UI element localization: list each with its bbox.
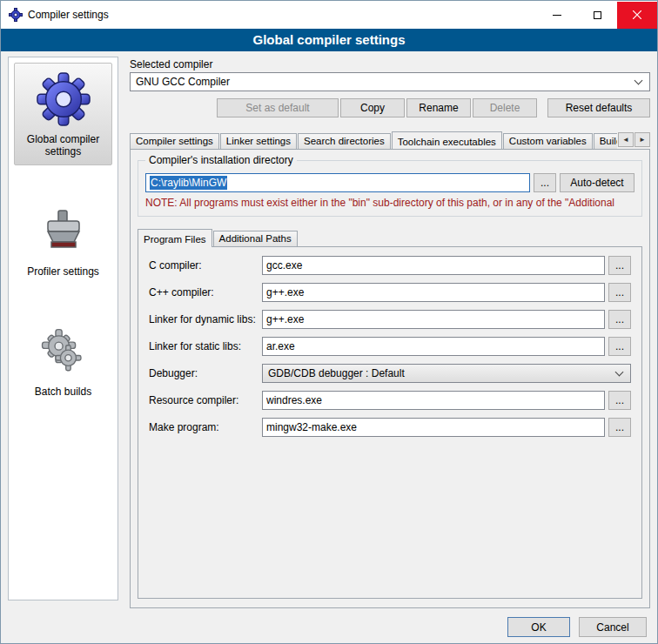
debugger-label: Debugger: xyxy=(149,367,262,379)
window-title: Compiler settings xyxy=(28,9,537,21)
installation-note-text: NOTE: All programs must exist either in … xyxy=(145,197,634,209)
minimize-icon xyxy=(553,15,561,16)
sidebar-item-batch-builds[interactable]: Batch builds xyxy=(14,315,112,406)
sub-tab-strip: Program Files Additional Paths xyxy=(138,227,642,246)
maximize-button[interactable] xyxy=(577,2,617,29)
cpp-compiler-input[interactable] xyxy=(262,283,605,302)
c-compiler-browse-button[interactable]: ... xyxy=(608,256,631,275)
close-button[interactable] xyxy=(617,2,657,29)
chevron-down-icon xyxy=(634,77,643,85)
delete-button[interactable]: Delete xyxy=(473,98,537,117)
installation-directory-groupbox: Compiler's installation directory C:\ray… xyxy=(138,160,642,217)
make-program-label: Make program: xyxy=(149,421,262,433)
dialog-content: Global compiler settings Profiler settin… xyxy=(1,51,657,643)
tab-build-options[interactable]: Build options xyxy=(594,133,617,149)
program-files-panel: C compiler: ... C++ compiler: ... Linker… xyxy=(138,246,642,599)
sidebar-item-profiler-settings[interactable]: Profiler settings xyxy=(14,195,112,285)
selected-compiler-dropdown[interactable]: GNU GCC Compiler xyxy=(130,72,650,91)
installation-directory-group-label: Compiler's installation directory xyxy=(145,154,297,166)
tab-scroll-right-button[interactable]: ► xyxy=(634,132,650,147)
linker-dynamic-input[interactable] xyxy=(262,310,605,329)
c-compiler-label: C compiler: xyxy=(149,259,262,272)
tab-scroll-left-button[interactable]: ◄ xyxy=(618,132,634,147)
sidebar-item-label: Global compiler settings xyxy=(17,133,110,158)
installation-directory-selected-text: C:\raylib\MinGW xyxy=(150,176,227,190)
subtab-program-files[interactable]: Program Files xyxy=(138,229,212,247)
app-gear-icon xyxy=(9,8,23,22)
resource-compiler-input[interactable] xyxy=(262,391,605,410)
cancel-button[interactable]: Cancel xyxy=(579,617,647,637)
sidebar-item-global-compiler-settings[interactable]: Global compiler settings xyxy=(14,63,112,165)
banner-title: Global compiler settings xyxy=(1,29,657,51)
linker-static-browse-button[interactable]: ... xyxy=(608,337,631,356)
rename-button[interactable]: Rename xyxy=(406,98,471,117)
tab-toolchain-executables[interactable]: Toolchain executables xyxy=(392,131,502,149)
tab-strip-clip: Compiler settings Linker settings Search… xyxy=(130,130,617,149)
auto-detect-button[interactable]: Auto-detect xyxy=(560,173,634,192)
chevron-down-icon xyxy=(615,368,624,377)
field-row-make-program: Make program: ... xyxy=(149,418,631,437)
settings-sidebar: Global compiler settings Profiler settin… xyxy=(8,57,118,600)
compiler-buttons-row: Set as default Copy Rename Delete Reset … xyxy=(130,98,650,117)
linker-dynamic-label: Linker for dynamic libs: xyxy=(149,313,262,325)
c-compiler-input[interactable] xyxy=(262,256,605,275)
close-icon xyxy=(633,10,641,19)
subtab-additional-paths[interactable]: Additional Paths xyxy=(213,231,298,246)
make-program-browse-button[interactable]: ... xyxy=(608,418,631,437)
resource-compiler-browse-button[interactable]: ... xyxy=(608,391,631,410)
gray-gears-icon xyxy=(38,326,89,377)
linker-static-input[interactable] xyxy=(262,337,605,356)
tab-custom-variables[interactable]: Custom variables xyxy=(503,133,593,149)
selected-compiler-value: GNU GCC Compiler xyxy=(131,76,635,88)
debugger-value: GDB/CDB debugger : Default xyxy=(263,367,616,379)
minimize-button[interactable] xyxy=(537,2,577,29)
reset-defaults-button[interactable]: Reset defaults xyxy=(547,98,650,117)
icon-wrap xyxy=(17,203,110,260)
tab-compiler-settings[interactable]: Compiler settings xyxy=(130,133,219,149)
toolchain-executables-page: Compiler's installation directory C:\ray… xyxy=(130,149,650,608)
compiler-settings-window: Compiler settings Global compiler settin… xyxy=(0,0,658,644)
blue-gear-icon xyxy=(37,72,91,126)
cpp-compiler-label: C++ compiler: xyxy=(149,286,262,299)
installation-directory-browse-button[interactable]: ... xyxy=(534,173,556,192)
field-row-cpp-compiler: C++ compiler: ... xyxy=(149,283,631,302)
sidebar-item-label: Batch builds xyxy=(17,386,110,398)
debugger-dropdown[interactable]: GDB/CDB debugger : Default xyxy=(262,364,631,383)
dialog-footer: OK Cancel xyxy=(507,617,647,637)
field-row-debugger: Debugger: GDB/CDB debugger : Default xyxy=(149,364,631,383)
tab-search-directories[interactable]: Search directories xyxy=(298,133,391,149)
tab-linker-settings[interactable]: Linker settings xyxy=(220,133,297,149)
selected-compiler-label: Selected compiler xyxy=(130,58,650,70)
cpp-compiler-browse-button[interactable]: ... xyxy=(608,283,631,302)
icon-wrap xyxy=(17,323,110,380)
sidebar-item-label: Profiler settings xyxy=(17,265,110,278)
field-row-c-compiler: C compiler: ... xyxy=(149,256,631,275)
resource-compiler-label: Resource compiler: xyxy=(149,394,262,406)
installation-directory-row: C:\raylib\MinGW ... Auto-detect xyxy=(145,173,634,192)
icon-wrap xyxy=(17,70,110,128)
installation-directory-input[interactable]: C:\raylib\MinGW xyxy=(145,173,530,192)
main-panel: Selected compiler GNU GCC Compiler Set a… xyxy=(130,58,650,608)
maximize-icon xyxy=(594,11,601,19)
make-program-input[interactable] xyxy=(262,418,605,437)
set-as-default-button[interactable]: Set as default xyxy=(217,98,339,117)
field-row-linker-dynamic: Linker for dynamic libs: ... xyxy=(149,310,631,329)
copy-button[interactable]: Copy xyxy=(340,98,405,117)
field-row-resource-compiler: Resource compiler: ... xyxy=(149,391,631,410)
ok-button[interactable]: OK xyxy=(507,617,570,637)
linker-dynamic-browse-button[interactable]: ... xyxy=(608,310,631,329)
profiler-tool-icon xyxy=(39,207,88,256)
titlebar: Compiler settings xyxy=(1,1,657,29)
tab-strip: Compiler settings Linker settings Search… xyxy=(130,130,650,149)
field-row-linker-static: Linker for static libs: ... xyxy=(149,337,631,356)
tab-scroll-buttons: ◄ ► xyxy=(617,132,650,147)
linker-static-label: Linker for static libs: xyxy=(149,340,262,352)
